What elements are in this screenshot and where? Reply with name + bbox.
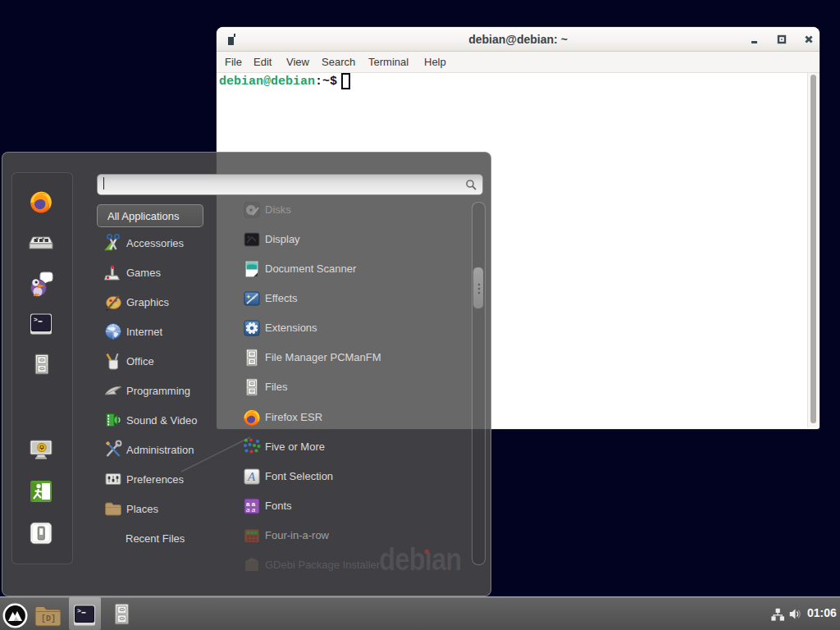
svg-text:a a: a a (246, 506, 256, 514)
svg-text:[D]: [D] (41, 614, 56, 623)
